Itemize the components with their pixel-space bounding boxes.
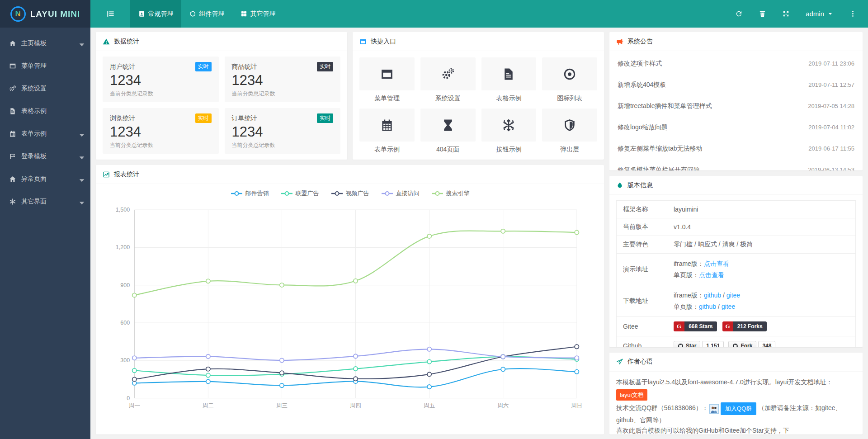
- refresh-button[interactable]: [727, 0, 750, 28]
- svg-text:600: 600: [120, 320, 130, 326]
- sidebar-item-主页模板[interactable]: 主页模板: [0, 32, 90, 55]
- stats-card: 数据统计 用户统计 实时 1234 当前分类总记录数 商品统计 实时 1234 …: [96, 32, 347, 160]
- clear-cache-button[interactable]: [750, 0, 774, 28]
- dotcircle-icon: [563, 67, 576, 81]
- announcements-card: 系统公告 修改选项卡样式 2019-07-11 23:06 新增系统404模板 …: [609, 32, 863, 170]
- tab-组件管理[interactable]: 组件管理: [181, 0, 232, 28]
- asterisk-icon: [9, 198, 21, 205]
- sidebar-item-菜单管理[interactable]: 菜单管理: [0, 55, 90, 77]
- join-qq-button[interactable]: 加入QQ群: [721, 402, 756, 415]
- status-badge: 实时: [195, 62, 212, 71]
- sidebar-item-label: 系统设置: [21, 85, 47, 93]
- stat-box-用户统计: 用户统计 实时 1234 当前分类总记录数: [103, 57, 219, 102]
- legend-item-视频广告[interactable]: 视频广告: [331, 189, 369, 198]
- sidebar-item-登录模板[interactable]: 登录模板: [0, 145, 90, 168]
- expand-icon: [782, 10, 790, 18]
- refresh-icon: [735, 10, 743, 18]
- version-table-row: 演示地址iframe版：点击查看单页版：点击查看: [617, 254, 856, 285]
- svg-text:1,200: 1,200: [116, 244, 130, 250]
- legend-item-直接访问[interactable]: 直接访问: [381, 189, 420, 198]
- trash-icon: [759, 10, 766, 18]
- link-点击查看[interactable]: 点击查看: [699, 271, 724, 279]
- link-gitee[interactable]: gitee: [722, 303, 735, 310]
- legend-item-邮件营销[interactable]: 邮件营销: [231, 189, 269, 198]
- sidebar-item-异常页面[interactable]: 异常页面: [0, 168, 90, 190]
- stat-value: 1234: [232, 72, 334, 89]
- tab-其它管理[interactable]: 其它管理: [232, 0, 283, 28]
- shortcut-label: 系统设置: [420, 94, 476, 103]
- warning-triangle-icon: [103, 38, 110, 45]
- shortcut-按钮示例[interactable]: 按钮示例: [481, 109, 537, 154]
- svg-text:周六: 周六: [497, 402, 509, 409]
- version-table-row: 当前版本v1.0.4: [617, 218, 856, 236]
- version-label: Gitee: [617, 317, 667, 336]
- paper-plane-icon: [616, 358, 623, 365]
- shortcut-404页面[interactable]: 404页面: [420, 109, 476, 154]
- announcement-date: 2019-06-13 14:53: [808, 166, 854, 170]
- layui-doc-link[interactable]: layui文档: [616, 389, 647, 401]
- version-table-row: GithubStar1,151Fork348: [617, 336, 856, 347]
- legend-label: 邮件营销: [245, 189, 269, 198]
- shortcut-弹出层[interactable]: 弹出层: [542, 109, 597, 154]
- svg-text:周日: 周日: [571, 402, 582, 409]
- version-table-row: 下载地址iframe版：github / gitee单页版：github / g…: [617, 285, 856, 317]
- version-card-header: 版本信息: [609, 176, 863, 195]
- app-logo[interactable]: N LAYUI MINI: [0, 0, 90, 28]
- version-label: 下载地址: [617, 285, 667, 317]
- gitee-badge[interactable]: G668 Stars: [674, 321, 717, 331]
- link-prefix: 单页版：: [674, 271, 699, 279]
- stat-label: 商品统计: [232, 63, 257, 71]
- github-badge-label: Star: [686, 343, 696, 347]
- tab-常规管理[interactable]: 常规管理: [130, 0, 181, 28]
- announcement-text: 修改选项卡样式: [618, 60, 662, 68]
- shortcut-图标列表[interactable]: 图标列表: [542, 57, 597, 103]
- fullscreen-button[interactable]: [774, 0, 797, 28]
- link-github[interactable]: github: [699, 303, 716, 310]
- flag-icon: [9, 153, 21, 160]
- legend-marker-icon: [331, 191, 343, 196]
- chevron-down-icon: [78, 177, 83, 182]
- announcement-date: 2019-07-11 23:06: [808, 60, 854, 67]
- stat-value: 1234: [110, 72, 212, 89]
- github-icon: [678, 343, 684, 347]
- announcement-date: 2019-07-04 11:02: [808, 124, 854, 131]
- stat-box-商品统计: 商品统计 实时 1234 当前分类总记录数: [225, 57, 341, 102]
- link-点击查看[interactable]: 点击查看: [704, 260, 729, 267]
- sidebar-item-系统设置[interactable]: 系统设置: [0, 77, 90, 100]
- version-label: 当前版本: [617, 218, 667, 236]
- svg-text:周二: 周二: [203, 402, 214, 409]
- github-Fork-badge[interactable]: Fork348: [728, 341, 775, 347]
- user-dropdown[interactable]: admin: [797, 0, 841, 28]
- leaf-icon: [616, 182, 623, 189]
- legend-item-联盟广告[interactable]: 联盟广告: [281, 189, 319, 198]
- sidebar-item-label: 异常页面: [21, 175, 47, 183]
- announcement-date: 2019-07-05 14:28: [808, 103, 854, 109]
- stat-value: 1234: [232, 124, 334, 140]
- shortcut-菜单管理[interactable]: 菜单管理: [359, 57, 415, 103]
- gitee-badge[interactable]: G212 Forks: [722, 321, 767, 331]
- more-menu-button[interactable]: [841, 0, 864, 28]
- report-card: 报表统计 邮件营销 联盟广告 视频广告 直接访问 搜索引擎 0300600900…: [96, 165, 604, 434]
- shortcut-表单示例[interactable]: 表单示例: [359, 109, 415, 154]
- legend-item-搜索引擎[interactable]: 搜索引擎: [431, 189, 470, 198]
- link-github[interactable]: github: [704, 292, 721, 299]
- sidebar-item-表单示例[interactable]: 表单示例: [0, 123, 90, 145]
- sidebar-item-其它界面[interactable]: 其它界面: [0, 190, 90, 213]
- filetext-icon: [502, 67, 515, 81]
- github-badge-label: Fork: [741, 343, 752, 347]
- github-badge-count: 1,151: [702, 341, 724, 347]
- shortcut-表格示例[interactable]: 表格示例: [481, 57, 537, 103]
- link-gitee[interactable]: gitee: [726, 292, 740, 299]
- stat-box-浏览统计: 浏览统计 实时 1234 当前分类总记录数: [103, 108, 219, 154]
- svg-text:300: 300: [120, 357, 130, 363]
- sidebar-collapse-button[interactable]: [90, 0, 130, 28]
- announcements-card-header: 系统公告: [609, 32, 863, 51]
- sidebar-item-表格示例[interactable]: 表格示例: [0, 100, 90, 123]
- github-Star-badge[interactable]: Star1,151: [674, 341, 724, 347]
- version-value: layuimini: [674, 206, 698, 213]
- shortcut-系统设置[interactable]: 系统设置: [420, 57, 476, 103]
- sidebar-item-label: 菜单管理: [21, 62, 47, 70]
- window-blue-icon: [359, 38, 367, 45]
- legend-label: 视频广告: [346, 189, 369, 198]
- stat-desc: 当前分类总记录数: [110, 142, 212, 149]
